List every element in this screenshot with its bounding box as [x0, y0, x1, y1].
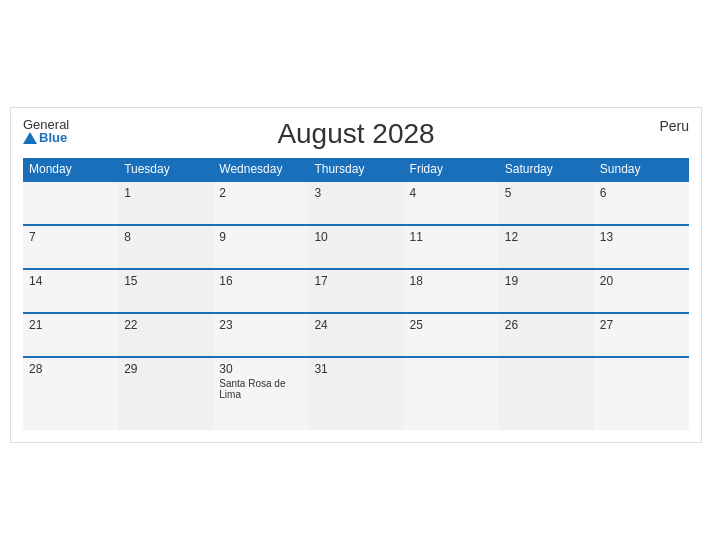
calendar-cell: 10	[308, 225, 403, 269]
calendar-tbody: 1234567891011121314151617181920212223242…	[23, 181, 689, 430]
calendar-cell: 29	[118, 357, 213, 430]
day-number: 19	[505, 274, 588, 288]
calendar-thead: MondayTuesdayWednesdayThursdayFridaySatu…	[23, 158, 689, 181]
day-number: 16	[219, 274, 302, 288]
calendar-cell: 8	[118, 225, 213, 269]
day-number: 17	[314, 274, 397, 288]
weekday-header-row: MondayTuesdayWednesdayThursdayFridaySatu…	[23, 158, 689, 181]
calendar-cell: 4	[404, 181, 499, 225]
calendar-cell: 23	[213, 313, 308, 357]
calendar-cell: 9	[213, 225, 308, 269]
week-row-0: 123456	[23, 181, 689, 225]
calendar-cell: 17	[308, 269, 403, 313]
weekday-header-wednesday: Wednesday	[213, 158, 308, 181]
day-event: Santa Rosa de Lima	[219, 378, 302, 400]
calendar-cell: 2	[213, 181, 308, 225]
calendar-cell: 24	[308, 313, 403, 357]
calendar-cell: 25	[404, 313, 499, 357]
calendar-cell: 12	[499, 225, 594, 269]
weekday-header-saturday: Saturday	[499, 158, 594, 181]
day-number: 18	[410, 274, 493, 288]
day-number: 31	[314, 362, 397, 376]
day-number: 21	[29, 318, 112, 332]
day-number: 14	[29, 274, 112, 288]
logo: General Blue	[23, 118, 69, 144]
day-number: 28	[29, 362, 112, 376]
week-row-2: 14151617181920	[23, 269, 689, 313]
calendar-cell: 11	[404, 225, 499, 269]
day-number: 2	[219, 186, 302, 200]
weekday-header-sunday: Sunday	[594, 158, 689, 181]
day-number: 4	[410, 186, 493, 200]
calendar-cell: 18	[404, 269, 499, 313]
calendar-cell	[404, 357, 499, 430]
logo-blue-text: Blue	[23, 131, 69, 144]
calendar-cell: 1	[118, 181, 213, 225]
day-number: 8	[124, 230, 207, 244]
day-number: 27	[600, 318, 683, 332]
day-number: 13	[600, 230, 683, 244]
calendar-cell: 26	[499, 313, 594, 357]
logo-triangle-icon	[23, 132, 37, 144]
calendar-grid: MondayTuesdayWednesdayThursdayFridaySatu…	[23, 158, 689, 430]
calendar-cell: 31	[308, 357, 403, 430]
day-number: 10	[314, 230, 397, 244]
day-number: 22	[124, 318, 207, 332]
day-number: 1	[124, 186, 207, 200]
calendar-cell: 14	[23, 269, 118, 313]
calendar-cell	[23, 181, 118, 225]
day-number: 15	[124, 274, 207, 288]
weekday-header-monday: Monday	[23, 158, 118, 181]
calendar-header: General Blue August 2028 Peru	[23, 118, 689, 150]
week-row-1: 78910111213	[23, 225, 689, 269]
calendar-cell	[499, 357, 594, 430]
day-number: 5	[505, 186, 588, 200]
calendar-cell: 30Santa Rosa de Lima	[213, 357, 308, 430]
calendar-container: General Blue August 2028 Peru MondayTues…	[10, 107, 702, 443]
day-number: 25	[410, 318, 493, 332]
calendar-cell: 22	[118, 313, 213, 357]
calendar-cell	[594, 357, 689, 430]
calendar-cell: 5	[499, 181, 594, 225]
week-row-4: 282930Santa Rosa de Lima31	[23, 357, 689, 430]
day-number: 30	[219, 362, 302, 376]
day-number: 29	[124, 362, 207, 376]
day-number: 7	[29, 230, 112, 244]
calendar-cell: 19	[499, 269, 594, 313]
calendar-cell: 16	[213, 269, 308, 313]
day-number: 26	[505, 318, 588, 332]
week-row-3: 21222324252627	[23, 313, 689, 357]
day-number: 6	[600, 186, 683, 200]
day-number: 11	[410, 230, 493, 244]
weekday-header-thursday: Thursday	[308, 158, 403, 181]
calendar-cell: 7	[23, 225, 118, 269]
weekday-header-tuesday: Tuesday	[118, 158, 213, 181]
calendar-cell: 15	[118, 269, 213, 313]
calendar-cell: 13	[594, 225, 689, 269]
calendar-cell: 27	[594, 313, 689, 357]
calendar-title: August 2028	[277, 118, 434, 150]
day-number: 9	[219, 230, 302, 244]
calendar-cell: 21	[23, 313, 118, 357]
day-number: 3	[314, 186, 397, 200]
day-number: 23	[219, 318, 302, 332]
country-label: Peru	[659, 118, 689, 134]
day-number: 12	[505, 230, 588, 244]
day-number: 20	[600, 274, 683, 288]
day-number: 24	[314, 318, 397, 332]
calendar-cell: 28	[23, 357, 118, 430]
weekday-header-friday: Friday	[404, 158, 499, 181]
calendar-cell: 3	[308, 181, 403, 225]
calendar-cell: 6	[594, 181, 689, 225]
calendar-cell: 20	[594, 269, 689, 313]
